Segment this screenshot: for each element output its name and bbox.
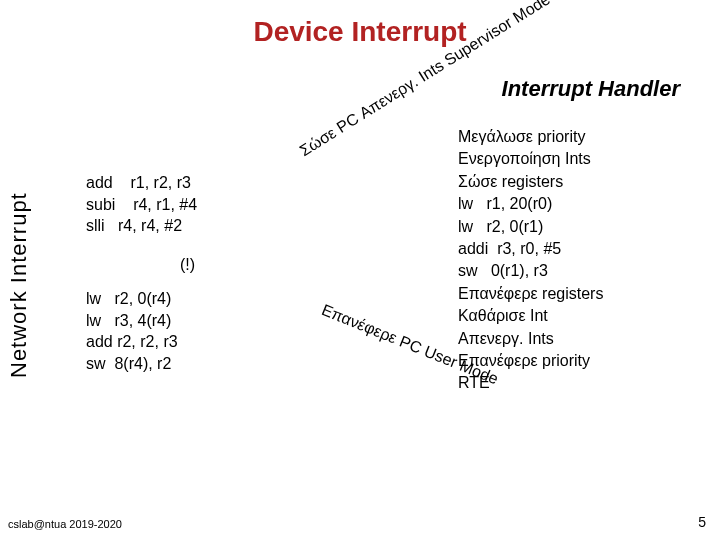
section-label-handler: Interrupt Handler <box>502 76 680 102</box>
interrupt-marker: (!) <box>180 256 195 274</box>
code-before-interrupt: add r1, r2, r3 subi r4, r1, #4 slli r4, … <box>86 172 197 237</box>
vertical-label-network-interrupt: Network Interrupt <box>6 155 30 415</box>
slide-number: 5 <box>698 514 706 530</box>
code-after-interrupt: lw r2, 0(r4) lw r3, 4(r4) add r2, r2, r3… <box>86 288 178 374</box>
footer-credit: cslab@ntua 2019-2020 <box>8 518 122 530</box>
slide-title: Device Interrupt <box>0 16 720 48</box>
interrupt-handler-code: Μεγάλωσε priority Ενεργοποίηση Ints Σώσε… <box>458 126 603 395</box>
